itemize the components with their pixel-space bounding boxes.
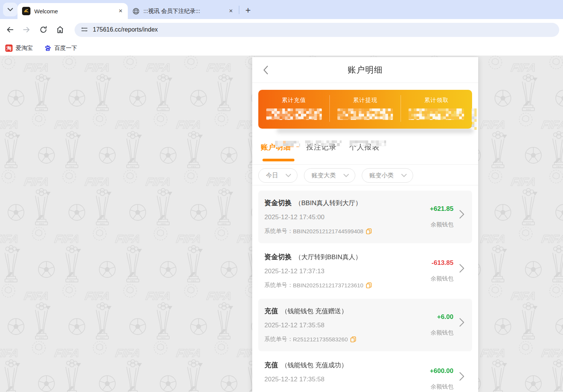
filter-date-dropdown[interactable]: 今日 xyxy=(258,168,297,183)
site-info-icon[interactable] xyxy=(81,26,88,33)
transaction-card[interactable]: 资金切换（大厅转到BBIN真人） 2025-12-12 17:37:13 系统单… xyxy=(258,245,472,297)
censored-patch xyxy=(275,141,300,147)
censored-value xyxy=(266,108,322,120)
close-icon[interactable]: × xyxy=(118,7,123,15)
new-tab-button[interactable]: + xyxy=(242,5,254,16)
transaction-datetime: 2025-12-12 17:37:13 xyxy=(264,268,324,275)
transaction-amount: -613.85 xyxy=(431,259,453,267)
tab-separator xyxy=(239,6,239,14)
svg-text:du: du xyxy=(47,48,49,50)
transaction-order-line: 系统单号：R2512121735583260 xyxy=(264,336,356,343)
transaction-detail: （大厅转到BBIN真人） xyxy=(295,253,362,261)
transaction-type: 资金切换 xyxy=(264,253,292,261)
order-number-label: 系统单号： xyxy=(264,228,293,235)
back-button[interactable] xyxy=(5,25,14,34)
chevron-right-icon[interactable] xyxy=(459,318,464,328)
stat-label: 累计充值 xyxy=(258,97,329,104)
home-button[interactable] xyxy=(56,25,65,34)
transaction-datetime: 2025-12-12 17:35:58 xyxy=(264,322,324,329)
panel-back-icon xyxy=(263,65,268,75)
censored-value xyxy=(337,108,393,120)
dropdown-icon xyxy=(286,174,291,177)
order-number-label: 系统单号： xyxy=(264,282,293,289)
filter-label: 今日 xyxy=(266,172,278,180)
tab-title: :::视讯 会员下注纪录::: xyxy=(143,8,228,15)
chevron-right-icon[interactable] xyxy=(459,210,464,220)
reload-icon xyxy=(39,25,48,34)
transaction-card[interactable]: 充值（钱能钱包 充值成功） 2025-12-12 17:35:58 系统单号： … xyxy=(258,353,472,392)
chevron-right-icon[interactable] xyxy=(459,372,464,382)
wallet-type: 余额钱包 xyxy=(431,329,453,336)
filter-label: 账变大类 xyxy=(312,172,336,180)
baidu-paw-icon: du xyxy=(44,45,51,52)
filter-label: 账变小类 xyxy=(369,172,394,180)
stat-total-deposit: 累计充值 xyxy=(258,90,329,129)
gold-dragon-icon xyxy=(22,7,30,15)
account-detail-panel: 账户明细 累计充值 累计提现 累计领取 账户明细 投注记录 个人报表 xyxy=(252,57,478,392)
tab-search-icon xyxy=(8,8,13,11)
stat-label: 累计提现 xyxy=(329,97,401,104)
transaction-list: 资金切换（BBIN真人转到大厅） 2025-12-12 17:45:00 系统单… xyxy=(252,185,478,392)
transaction-card[interactable]: 充值（钱能钱包 充值赠送） 2025-12-12 17:35:58 系统单号：R… xyxy=(258,299,472,351)
transaction-detail: （钱能钱包 充值赠送） xyxy=(281,308,348,315)
copy-icon[interactable] xyxy=(366,282,372,288)
browser-toolbar: 175616.cc/reports/index xyxy=(0,19,563,40)
forward-button[interactable] xyxy=(22,25,31,34)
panel-header: 账户明细 xyxy=(252,57,478,83)
bookmark-label: 爱淘宝 xyxy=(16,45,33,52)
wallet-type: 余额钱包 xyxy=(431,275,453,282)
reload-button[interactable] xyxy=(39,25,48,34)
transaction-amount: +600.00 xyxy=(430,367,453,375)
bookmark-taobao[interactable]: 淘 爱淘宝 xyxy=(5,45,33,52)
transaction-datetime: 2025-12-12 17:45:00 xyxy=(264,214,324,221)
censored-patch xyxy=(350,140,386,146)
transaction-title: 充值（钱能钱包 充值成功） xyxy=(264,360,348,370)
page-background: FIFA FIFA xyxy=(0,56,563,392)
close-icon[interactable]: × xyxy=(228,7,234,15)
transaction-title: 资金切换（大厅转到BBIN真人） xyxy=(264,252,362,261)
bookmark-label: 百度一下 xyxy=(54,45,77,52)
stat-label: 累计领取 xyxy=(401,97,472,104)
order-number-label: 系统单号： xyxy=(264,336,293,343)
censored-edge-patch xyxy=(472,108,477,130)
bookmark-baidu[interactable]: du 百度一下 xyxy=(44,45,77,52)
wallet-type: 余额钱包 xyxy=(431,221,453,228)
address-bar[interactable]: 175616.cc/reports/index xyxy=(75,23,559,37)
browser-tab-welcome[interactable]: Welcome × xyxy=(17,3,128,19)
order-number: BBIN202512121737123610 xyxy=(293,282,363,288)
forward-icon xyxy=(22,25,31,34)
stat-total-withdraw: 累计提现 xyxy=(329,90,401,129)
filter-bar: 今日 账变大类 账变小类 xyxy=(252,165,478,185)
active-tab-underline xyxy=(262,159,294,161)
chevron-right-icon[interactable] xyxy=(459,264,464,274)
back-icon xyxy=(5,25,14,34)
copy-icon[interactable] xyxy=(366,228,372,234)
transaction-type: 充值 xyxy=(264,361,278,369)
globe-icon xyxy=(132,8,140,15)
tab-search-button[interactable] xyxy=(3,3,17,16)
bookmarks-bar: 淘 爱淘宝 du 百度一下 xyxy=(0,40,563,56)
taobao-icon: 淘 xyxy=(5,45,13,52)
transaction-type: 资金切换 xyxy=(264,199,292,207)
transaction-title: 资金切换（BBIN真人转到大厅） xyxy=(264,198,362,207)
transaction-title: 充值（钱能钱包 充值赠送） xyxy=(264,306,348,316)
copy-icon[interactable] xyxy=(350,336,356,343)
transaction-datetime: 2025-12-12 17:35:58 xyxy=(264,376,324,383)
transaction-type: 充值 xyxy=(264,307,278,315)
wallet-type: 余额钱包 xyxy=(431,383,453,390)
transaction-card[interactable]: 资金切换（BBIN真人转到大厅） 2025-12-12 17:45:00 系统单… xyxy=(258,191,472,243)
censored-patch xyxy=(305,140,342,146)
transaction-order-line: 系统单号：BBIN202512121737123610 xyxy=(264,282,372,289)
browser-tab-shixun[interactable]: :::视讯 会员下注纪录::: × xyxy=(128,3,238,19)
filter-minor-category-dropdown[interactable]: 账变小类 xyxy=(362,168,413,183)
cumulative-stats-card: 累计充值 累计提现 累计领取 xyxy=(258,90,472,129)
browser-tabstrip: Welcome × :::视讯 会员下注纪录::: × + xyxy=(0,0,563,19)
transaction-amount: +6.00 xyxy=(437,313,453,321)
panel-back-button[interactable] xyxy=(263,65,268,76)
blur-smear xyxy=(277,128,474,133)
tab-title: Welcome xyxy=(34,8,118,14)
home-icon xyxy=(56,25,65,34)
url-text: 175616.cc/reports/index xyxy=(93,26,158,33)
order-number: R2512121735583260 xyxy=(293,336,348,343)
filter-major-category-dropdown[interactable]: 账变大类 xyxy=(304,168,355,183)
